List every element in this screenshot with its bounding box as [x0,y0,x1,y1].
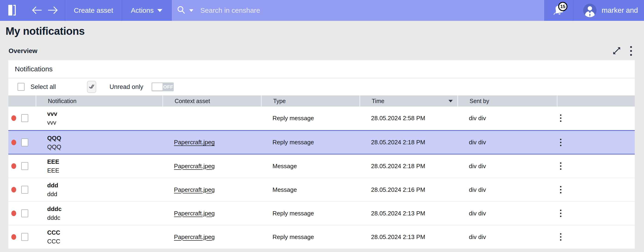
unread-dot [11,140,16,145]
notification-time: 28.05.2024 2:58 PM [371,115,425,122]
column-header-time[interactable]: Time [360,95,457,107]
row-actions-cell [557,178,635,201]
notification-subtitle: ddd [47,191,57,197]
row-checkbox[interactable] [21,114,28,122]
overview-actions [611,45,633,57]
row-notification-cell: dddc dddc [36,202,162,225]
notification-title: CCC [47,229,60,236]
notification-type: Message [272,186,297,193]
notification-count-badge: 15 [558,2,568,11]
row-actions-cell [557,202,635,225]
notification-row[interactable]: dddc dddc Papercraft.jpeg Reply message … [8,202,635,225]
row-notification-cell: QQQ QQQ [36,131,162,154]
select-all-checkbox[interactable] [18,83,24,91]
notification-row[interactable]: EEE EEE Papercraft.jpeg Message 28.05.20… [8,154,635,178]
row-checkbox[interactable] [21,233,28,241]
notification-row[interactable]: vvv vvv Reply message 28.05.2024 2:58 PM… [8,107,635,130]
row-type-cell: Reply message [261,131,360,154]
kebab-menu-icon [560,233,562,235]
sort-caret-icon [448,100,453,102]
notification-row[interactable]: QQQ QQQ Papercraft.jpeg Reply message 28… [8,130,635,154]
notification-row[interactable]: ddd ddd Papercraft.jpeg Message 28.05.20… [8,178,635,202]
user-menu-button[interactable]: marker and [574,0,644,21]
notification-time: 28.05.2024 2:16 PM [371,186,425,193]
double-check-icon [88,84,94,90]
notifications-bell-button[interactable]: 15 [545,0,573,21]
notification-subtitle: vvv [47,119,56,126]
context-asset-link[interactable]: Papercraft.jpeg [174,233,215,241]
unread-dot [11,210,16,216]
row-sent-by-cell: div div [457,225,557,248]
context-asset-link[interactable]: Papercraft.jpeg [174,163,215,170]
table-header: Notification Context asset Type Time Sen… [8,95,635,107]
kebab-menu-icon [560,210,562,211]
row-type-cell: Reply message [261,107,360,130]
row-kebab-menu-button[interactable] [558,231,564,243]
notification-row[interactable]: CCC CCC Papercraft.jpeg Reply message 28… [8,225,635,249]
notification-sender: div div [469,233,486,241]
context-asset-link[interactable]: Papercraft.jpeg [174,210,215,217]
row-notification-cell: EEE EEE [36,154,162,178]
row-context-cell: Papercraft.jpeg [162,131,261,154]
select-all-label: Select all [30,83,56,91]
notification-title: vvv [47,110,57,117]
row-time-cell: 28.05.2024 2:16 PM [360,178,457,201]
unread-only-label: Unread only [110,83,144,91]
row-checkbox[interactable] [21,138,28,146]
row-kebab-menu-button[interactable] [558,184,564,196]
row-checkbox[interactable] [21,162,28,170]
expand-icon [612,46,621,56]
row-context-cell: Papercraft.jpeg [162,202,261,225]
row-status-cell [8,225,36,248]
context-asset-link[interactable]: Papercraft.jpeg [174,186,215,193]
row-kebab-menu-button[interactable] [558,160,564,172]
sidebar-toggle-button[interactable] [8,0,16,21]
row-status-cell [8,154,36,178]
actions-menu-button[interactable]: Actions [122,0,171,21]
notification-time: 28.05.2024 2:18 PM [371,139,425,146]
search-scope-caret-icon[interactable] [189,9,194,12]
row-actions-cell [557,225,635,248]
search-input[interactable] [197,7,544,14]
notification-subtitle: CCC [47,238,60,244]
column-header-notification[interactable]: Notification [36,95,162,107]
notification-subtitle: QQQ [47,144,61,150]
row-checkbox[interactable] [21,209,28,217]
unread-only-toggle[interactable]: OFF [152,82,174,91]
expand-widget-button[interactable] [611,45,622,57]
column-header-sent-by[interactable]: Sent by [457,95,557,107]
row-type-cell: Reply message [261,225,360,248]
arrow-left-icon [32,6,42,15]
column-header-actions [557,95,635,107]
row-actions-cell [557,131,635,154]
row-checkbox[interactable] [21,186,28,194]
notification-type: Reply message [272,233,314,241]
back-button[interactable] [29,0,45,21]
panel-controls: Select all Unread only OFF [8,78,635,95]
notifications-panel: Notifications Select all Unread only OFF [8,60,635,249]
column-header-status [8,95,36,107]
create-asset-button[interactable]: Create asset [65,0,122,21]
row-notification-cell: CCC CCC [36,225,162,248]
row-time-cell: 28.05.2024 2:13 PM [360,202,457,225]
kebab-menu-icon [630,46,632,48]
topbar-left-group [0,0,65,21]
forward-button[interactable] [45,0,61,21]
row-time-cell: 28.05.2024 2:13 PM [360,225,457,248]
row-sent-by-cell: div div [457,202,557,225]
column-header-context-asset[interactable]: Context asset [162,95,261,107]
kebab-menu-icon [560,162,562,164]
topbar: Create asset Actions [0,0,644,21]
widget-kebab-menu-button[interactable] [629,45,633,57]
row-context-cell [162,107,261,130]
row-kebab-menu-button[interactable] [558,112,564,124]
column-header-type[interactable]: Type [261,95,360,107]
overview-bar: Overview [0,46,644,56]
context-asset-link[interactable]: Papercraft.jpeg [174,139,215,146]
mark-all-read-button[interactable] [87,81,96,93]
row-kebab-menu-button[interactable] [558,207,564,219]
notification-sender: div div [469,163,486,170]
notification-subtitle: EEE [47,167,59,174]
kebab-menu-icon [560,139,562,140]
row-kebab-menu-button[interactable] [558,136,564,148]
